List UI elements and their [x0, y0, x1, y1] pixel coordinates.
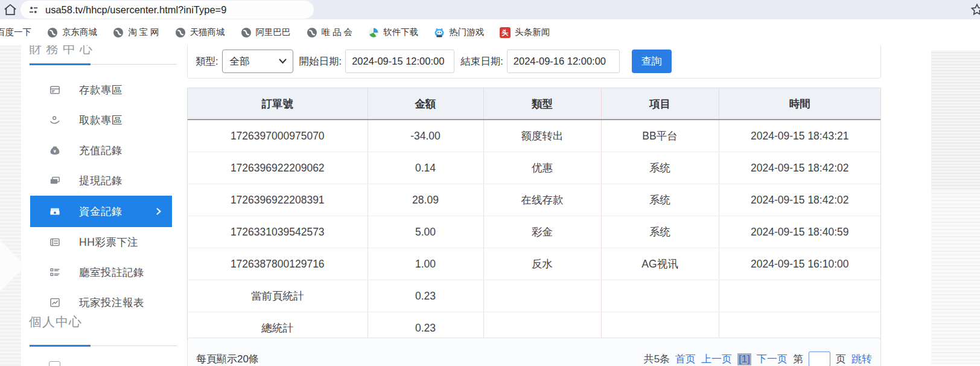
tune-icon[interactable] — [28, 4, 39, 16]
sidebar-item-hall[interactable]: 廳室投註記錄 — [21, 257, 172, 287]
withdraw-icon — [49, 114, 61, 126]
background-texture-right-lower — [931, 189, 980, 364]
table-cell: 1726331039542573 — [188, 216, 368, 248]
bookmark-item[interactable]: 软件下载 — [368, 27, 418, 38]
prev-page-link[interactable]: 上一页 — [701, 352, 732, 366]
table-cell: 系统 — [601, 216, 719, 248]
first-page-link[interactable]: 首页 — [675, 352, 696, 366]
sidebar-item-deposit[interactable]: 存款專區 — [21, 75, 172, 105]
table-row: 17263310395425735.00彩金系统2024-09-15 18:40… — [188, 216, 880, 248]
bookmark-item[interactable]: 头头条新闻 — [500, 27, 550, 38]
table-cell: 1726396922209062 — [188, 152, 368, 184]
start-date-input[interactable] — [345, 50, 454, 73]
table-row: 17263878001297161.00反水AG视讯2024-09-15 16:… — [188, 248, 880, 280]
page-size-text: 每頁顯示20條 — [196, 352, 259, 366]
sidebar-item-label: 提現記錄 — [79, 173, 122, 188]
bookmark-label: 百度一下 — [0, 27, 31, 38]
address-bar[interactable]: usa58.tv/hhcp/usercenter.html?iniType=9 — [21, 1, 314, 19]
table-cell: 彩金 — [483, 216, 601, 248]
type-select[interactable]: 全部 — [222, 50, 293, 73]
bookmark-item[interactable]: 阿里巴巴 — [241, 27, 291, 38]
table-row: 17263969222090620.14优惠系统2024-09-15 18:42… — [188, 152, 880, 184]
svg-text:头: 头 — [502, 29, 509, 36]
table-cell: 反水 — [483, 248, 601, 280]
bookmark-item[interactable]: 天猫商城 — [175, 27, 225, 38]
table-cell: 在线存款 — [483, 184, 601, 216]
sidebar: 財務中心 存款專區取款專區¥充值記錄提現記錄資金記錄HH彩票下注廳室投註記錄玩家… — [21, 45, 172, 366]
table-cell — [601, 280, 719, 312]
url-text: usa58.tv/hhcp/usercenter.html?iniType=9 — [45, 4, 226, 16]
filter-panel: 類型: 全部 開始日期: 結束日期: 查詢 — [187, 45, 881, 79]
bookmark-item[interactable]: 唯 品 会 — [307, 27, 353, 38]
sidebar-item-label: 充值記錄 — [79, 143, 122, 158]
table-cell: 优惠 — [483, 152, 601, 184]
bookmark-label: 软件下载 — [383, 27, 418, 38]
table-row: 172639692220839128.09在线存款系统2024-09-15 18… — [188, 184, 880, 216]
sidebar-item-withdraw[interactable]: 取款專區 — [21, 105, 172, 135]
globe-favicon-icon — [307, 27, 317, 38]
bookmark-star-icon[interactable] — [970, 2, 980, 17]
table-cell — [483, 280, 601, 312]
start-date-label: 開始日期: — [299, 55, 342, 68]
table-cell: 2024-09-15 18:40:59 — [719, 216, 880, 248]
table-cell: 當前頁統計 — [188, 280, 368, 312]
sidebar-item-label: 廳室投註記錄 — [79, 265, 144, 280]
table-cell — [719, 280, 880, 312]
records-table: 訂單號金額類型項目時間 1726397000975070-34.00额度转出BB… — [188, 88, 880, 344]
page-content: 財務中心 存款專區取款專區¥充值記錄提現記錄資金記錄HH彩票下注廳室投註記錄玩家… — [0, 45, 980, 366]
table-cell: 额度转出 — [483, 120, 601, 152]
table-cell: 2024-09-15 18:42:02 — [719, 184, 880, 216]
total-count-text: 共5条 — [644, 352, 670, 366]
table-cell: 28.09 — [368, 184, 483, 216]
svg-text:¥: ¥ — [54, 149, 57, 154]
bookmark-item[interactable]: 百度一下 — [0, 27, 31, 38]
sidebar-item-recharge[interactable]: ¥充值記錄 — [21, 135, 172, 165]
clipped-sidebar-icon — [49, 361, 60, 366]
globe-favicon-icon — [241, 27, 252, 38]
bookmark-item[interactable]: 京东商城 — [47, 27, 97, 38]
end-date-input[interactable] — [507, 50, 620, 73]
current-page-indicator: [1] — [737, 353, 751, 365]
deposit-icon — [49, 84, 61, 96]
jump-link[interactable]: 跳转 — [851, 352, 872, 366]
bookmark-label: 阿里巴巴 — [256, 27, 291, 38]
table-cell: 1726387800129716 — [188, 248, 368, 280]
records-table-panel: 訂單號金額類型項目時間 1726397000975070-34.00额度转出BB… — [187, 88, 881, 344]
sidebar-section-personal: 個人中心 — [29, 313, 82, 330]
table-header-row: 訂單號金額類型項目時間 — [188, 88, 880, 120]
globe-favicon-icon — [47, 27, 58, 38]
bookmark-item[interactable]: 淘 宝 网 — [113, 27, 159, 38]
sidebar-item-lottery[interactable]: HH彩票下注 — [21, 227, 172, 257]
table-cell: BB平台 — [601, 120, 719, 152]
page-jump-input[interactable] — [809, 352, 830, 366]
sidebar-item-label: 取款專區 — [79, 113, 122, 127]
pagination-controls: 共5条 首页 上一页 [1] 下一页 第 页 跳转 — [644, 352, 872, 366]
table-cell: 系统 — [601, 152, 719, 184]
bookmark-item[interactable]: 热门游戏 — [434, 27, 484, 38]
table-cell: 1726396922208391 — [188, 184, 368, 216]
table-cell: 0.23 — [368, 280, 483, 312]
table-cell: 2024-09-15 18:43:21 — [719, 120, 880, 152]
sidebar-section-finance: 財務中心 — [29, 45, 97, 54]
cash-icon — [49, 175, 61, 187]
table-cell: 5.00 — [368, 216, 483, 248]
table-cell: 0.14 — [368, 152, 483, 184]
bookmark-label: 天猫商城 — [190, 27, 225, 38]
column-header: 金額 — [368, 88, 483, 120]
lottery-icon — [49, 236, 61, 248]
sidebar-item-label: 資金記錄 — [79, 204, 122, 219]
column-header: 訂單號 — [188, 88, 368, 120]
sidebar-item-funds[interactable]: 資金記錄 — [30, 196, 172, 227]
sidebar-item-cash[interactable]: 提現記錄 — [21, 165, 172, 196]
home-icon[interactable] — [2, 2, 18, 18]
search-button[interactable]: 查詢 — [632, 50, 672, 73]
chevron-right-icon — [155, 208, 162, 215]
bookmark-label: 头条新闻 — [515, 27, 550, 38]
background-texture-right — [931, 50, 980, 189]
table-cell: 2024-09-15 16:10:00 — [719, 248, 880, 280]
recharge-icon: ¥ — [49, 144, 61, 156]
sidebar-item-label: 存款專區 — [79, 83, 122, 97]
next-page-link[interactable]: 下一页 — [757, 352, 788, 366]
table-row: 1726397000975070-34.00额度转出BB平台2024-09-15… — [188, 120, 880, 152]
funds-icon — [49, 205, 61, 217]
